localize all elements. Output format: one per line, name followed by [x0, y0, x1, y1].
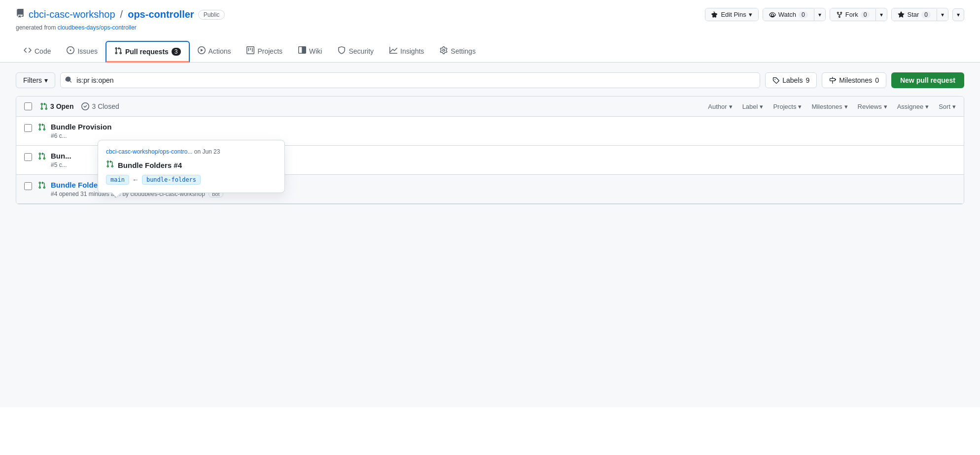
tooltip-title: Bundle Folders #4 [106, 160, 277, 170]
code-icon [24, 46, 32, 56]
star-caret-button[interactable]: ▾ [937, 9, 948, 21]
repo-name-link[interactable]: ops-controller [128, 9, 194, 20]
search-input[interactable] [60, 72, 760, 88]
pr-1-title[interactable]: Bundle Provision [51, 123, 111, 131]
repo-owner-link[interactable]: cbci-casc-workshop [29, 9, 115, 20]
edit-pins-button[interactable]: Edit Pins ▾ [705, 8, 758, 21]
pr-list-header: 3 Open 3 Closed Author ▾ Label ▾ [16, 97, 964, 117]
tab-actions[interactable]: Actions [190, 41, 239, 62]
sort-caret-icon: ▾ [952, 103, 956, 110]
pr-tab-icon [114, 47, 122, 56]
insights-icon [389, 46, 397, 56]
reviews-filter[interactable]: Reviews ▾ [858, 103, 887, 110]
tab-security[interactable]: Security [330, 41, 382, 62]
edit-pins-caret: ▾ [749, 11, 752, 18]
star-label: Star [907, 11, 919, 18]
pr-1-meta: #6 c... [51, 132, 956, 139]
pr-3-title[interactable]: Bundle Folders [51, 181, 105, 189]
closed-prs-button[interactable]: 3 Closed [81, 102, 119, 110]
sort-filter[interactable]: Sort ▾ [939, 103, 956, 110]
tooltip-pr-icon [106, 160, 114, 170]
edit-pins-label: Edit Pins [721, 11, 746, 18]
tab-wiki[interactable]: Wiki [290, 41, 330, 62]
repo-actions: Edit Pins ▾ Watch 0 ▾ [705, 8, 964, 21]
projects-caret-icon: ▾ [798, 103, 802, 110]
tooltip-source: cbci-casc-workshop/ops-contro... on Jun … [106, 148, 277, 155]
watch-label: Watch [778, 11, 796, 18]
issues-icon [67, 46, 74, 56]
nav-tabs: Code Issues Pull requests 3 [16, 41, 964, 62]
watch-count: 0 [799, 11, 808, 18]
projects-icon [246, 46, 254, 56]
pr-filter-controls: Author ▾ Label ▾ Projects ▾ Milestones ▾ [708, 103, 956, 110]
tooltip-branch-main: main [106, 175, 129, 185]
watch-button[interactable]: Watch 0 [763, 8, 814, 21]
settings-icon [440, 46, 448, 56]
edit-pins-group: Edit Pins ▾ [705, 8, 758, 21]
generated-from-link[interactable]: cloudbees-days/ops-controller [58, 24, 137, 31]
pr-tab-count: 3 [172, 48, 181, 56]
fork-label: Fork [845, 11, 858, 18]
repo-icon [16, 9, 25, 20]
labels-button[interactable]: Labels 9 [765, 72, 817, 88]
tooltip-branch-arrow: ← [132, 176, 139, 184]
pr-2-title[interactable]: Bun... [51, 152, 71, 160]
tab-insights[interactable]: Insights [382, 41, 432, 62]
new-pull-request-button[interactable]: New pull request [891, 72, 964, 88]
tab-settings[interactable]: Settings [432, 41, 484, 62]
overflow-caret-button[interactable]: ▾ [952, 8, 964, 21]
pr-1-info: Bundle Provision #6 c... [51, 123, 956, 139]
tab-issues[interactable]: Issues [59, 41, 105, 62]
visibility-badge: Public [198, 10, 225, 20]
label-filter[interactable]: Label ▾ [742, 103, 764, 110]
generated-from: generated from cloudbees-days/ops-contro… [16, 24, 964, 37]
pr-list-container: 3 Open 3 Closed Author ▾ Label ▾ [16, 96, 964, 204]
filters-button[interactable]: Filters ▾ [16, 72, 55, 88]
wiki-icon [298, 46, 306, 56]
security-icon [338, 46, 346, 56]
tooltip-pr-title: Bundle Folders #4 [118, 161, 182, 169]
star-group: Star 0 ▾ [891, 8, 948, 21]
tooltip-source-link[interactable]: cbci-casc-workshop/ops-contro... [106, 148, 192, 155]
open-closed-toggle: 3 Open 3 Closed [40, 102, 700, 110]
label-caret-icon: ▾ [760, 103, 763, 110]
repo-separator: / [120, 9, 123, 20]
projects-filter[interactable]: Projects ▾ [773, 103, 802, 110]
assignee-filter[interactable]: Assignee ▾ [897, 103, 929, 110]
watch-group: Watch 0 ▾ [763, 8, 826, 21]
filters-caret-icon: ▾ [44, 76, 48, 84]
fork-count: 0 [861, 11, 870, 18]
tab-code[interactable]: Code [16, 41, 59, 62]
pr-1-open-icon [38, 123, 46, 133]
tab-pull-requests[interactable]: Pull requests 3 [105, 41, 190, 63]
tooltip-branches: main ← bundle-folders [106, 175, 277, 185]
search-wrap [60, 72, 760, 88]
pr-1-checkbox[interactable] [24, 124, 32, 132]
fork-caret-button[interactable]: ▾ [875, 9, 887, 21]
milestones-filter[interactable]: Milestones ▾ [811, 103, 847, 110]
actions-icon [198, 46, 206, 56]
reviews-caret-icon: ▾ [884, 103, 887, 110]
tooltip-branch-feature: bundle-folders [142, 175, 201, 185]
open-prs-button[interactable]: 3 Open [40, 102, 73, 110]
pr-2-open-icon [38, 152, 46, 162]
select-all-checkbox[interactable] [24, 102, 32, 110]
filter-bar: Filters ▾ Labels 9 Milestones 0 New pull… [16, 72, 964, 88]
tab-projects[interactable]: Projects [239, 41, 290, 62]
milestones-caret-icon: ▾ [844, 103, 848, 110]
fork-button[interactable]: Fork 0 [830, 8, 876, 21]
star-button[interactable]: Star 0 [892, 8, 937, 21]
assignee-caret-icon: ▾ [925, 103, 929, 110]
search-icon [65, 76, 72, 85]
fork-group: Fork 0 ▾ [830, 8, 888, 21]
content-area: Filters ▾ Labels 9 Milestones 0 New pull… [0, 63, 980, 407]
author-filter[interactable]: Author ▾ [708, 103, 732, 110]
author-caret-icon: ▾ [729, 103, 733, 110]
star-count: 0 [921, 11, 931, 18]
pr-tooltip-popup: cbci-casc-workshop/ops-contro... on Jun … [98, 140, 285, 193]
milestones-button[interactable]: Milestones 0 [822, 72, 886, 88]
pr-3-checkbox[interactable] [24, 182, 32, 190]
watch-caret-button[interactable]: ▾ [814, 9, 825, 21]
pr-3-open-icon [38, 181, 46, 192]
pr-2-checkbox[interactable] [24, 153, 32, 161]
